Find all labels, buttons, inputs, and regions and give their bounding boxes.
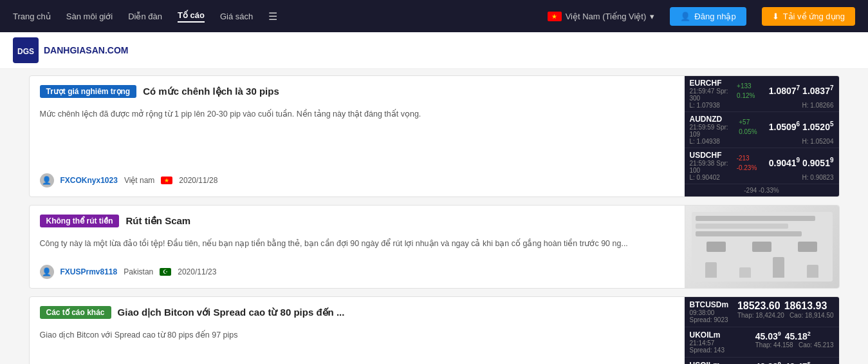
crypto-name-ukoil: UKOILm xyxy=(690,330,725,340)
post-excerpt-3: Giao dịch Bitcon với Spread cao từ 80 pi… xyxy=(40,329,674,358)
pair-change-eurchf: +133 0.12% xyxy=(737,82,755,99)
username-2[interactable]: FXUSPrmv8118 xyxy=(60,267,118,276)
post-crypto-panel-3: BTCUSDm 09:38:00 Spread: 9023 18523.60 1… xyxy=(685,297,839,364)
nav-item-gia-sach[interactable]: Giá sách xyxy=(220,12,253,21)
post-title-1[interactable]: Có mức chênh lệch là 30 pips xyxy=(143,86,279,97)
ask-audnzd: 1.05205 xyxy=(802,120,833,132)
username-1[interactable]: FXCOKnyx1023 xyxy=(60,176,118,185)
download-button[interactable]: ⬇ Tải về ứng dụng xyxy=(762,7,855,26)
crypto-spread-ukoil: Spread: 143 xyxy=(690,347,725,354)
crypto-time-ukoil: 21:14:57 xyxy=(690,340,725,347)
post-excerpt-2: Công ty này là một lừa đảo tồi tệp! Đầu … xyxy=(40,238,674,258)
crypto-lh-ukoil: Thap: 44.158 Cao: 45.213 xyxy=(755,341,834,349)
post-tag-1[interactable]: Trượt giá nghiêm trọng xyxy=(40,85,137,98)
login-button[interactable]: 👤 Đăng nhập xyxy=(670,7,746,26)
post-meta-1: 👤 FXCOKnyx1023 Việt nam ★ 2020/11/28 xyxy=(40,173,674,187)
bid-eurchf: 1.08077 xyxy=(769,84,800,96)
logo-bar: DGS DANHGIASAN.COM xyxy=(0,32,868,69)
post-thumb-2 xyxy=(685,206,839,288)
nav-item-san-moi-gioi[interactable]: Sàn môi giới xyxy=(66,12,113,21)
post-excerpt-1: Mức chênh lệch đã được mở rộng từ 1 pip … xyxy=(40,108,674,167)
crypto-prices-btc: 18523.60 18613.93 xyxy=(737,300,834,312)
crypto-row-ukoil: UKOILm 21:14:57 Spread: 143 45.039 45.18… xyxy=(685,327,839,358)
post-tags-3: Các tố cáo khác Giao dịch Bitcon với Spr… xyxy=(40,306,674,319)
post-card-1: Trượt giá nghiêm trọng Có mức chênh lệch… xyxy=(29,75,840,197)
post-card-3: Các tố cáo khác Giao dịch Bitcon với Spr… xyxy=(29,296,840,364)
pair-low-eurchf: L: 1.07938 xyxy=(690,102,720,109)
pair-high-audnzd: H: 1.05204 xyxy=(802,138,834,145)
pair-name-usdchf: USDCHF xyxy=(690,151,737,160)
chart-row-audnzd: AUDNZD 21:59:59 Spr: 109 +57 0.05% 1.050… xyxy=(685,112,839,148)
chevron-down-icon: ▾ xyxy=(650,12,654,21)
user-icon: 👤 xyxy=(680,12,690,21)
language-selector[interactable]: ★ Việt Nam (Tiếng Việt) ▾ xyxy=(548,12,655,21)
logo-image-area: DGS DANHGIASAN.COM xyxy=(13,37,128,63)
post-title-3[interactable]: Giao dịch Bitcon với Spread cao từ 80 pi… xyxy=(118,307,345,318)
site-name: DANHGIASAN.COM xyxy=(44,45,128,55)
nav-item-dien-dan[interactable]: Diễn đàn xyxy=(128,12,162,21)
post-tags-2: Không thể rút tiền Rút tiền Scam xyxy=(40,215,674,227)
pair-low-usdchf: L: 0.90402 xyxy=(690,174,720,181)
pair-high-usdchf: H: 0.90823 xyxy=(802,174,834,181)
crypto-prices-ukoil: 45.039 45.182 xyxy=(755,330,834,341)
chart-more: -294 -0.33% xyxy=(685,184,839,196)
crypto-ask-ukoil: 45.182 xyxy=(785,330,811,341)
crypto-name-usoil: USOILm xyxy=(690,361,721,364)
crypto-bid-usoil: 42.389 xyxy=(755,361,781,364)
post-title-2[interactable]: Rút tiền Scam xyxy=(125,215,190,227)
pair-name-audnzd: AUDNZD xyxy=(690,115,739,124)
nav-item-to-cao[interactable]: Tố cáo xyxy=(178,10,205,23)
nav-item-trang-chu[interactable]: Trang chủ xyxy=(13,12,51,21)
country-flag-2: ☪ xyxy=(160,268,171,276)
bid-audnzd: 1.05096 xyxy=(769,120,800,132)
post-tag-2[interactable]: Không thể rút tiền xyxy=(40,215,120,227)
country-flag-1: ★ xyxy=(161,177,172,184)
post-chart-panel-1: EURCHF 21:59:47 Spr: 300 +133 0.12% 1.08… xyxy=(685,76,839,196)
pair-time-usdchf: 21:59:38 Spr: 100 xyxy=(690,160,737,174)
chart-row-usdchf: USDCHF 21:59:38 Spr: 100 -213 -0.23% 0.9… xyxy=(685,148,839,184)
crypto-bid-btc: 18523.60 xyxy=(737,300,780,312)
crypto-time-btc: 09:38:00 xyxy=(690,309,729,316)
post-card-2: Không thể rút tiền Rút tiền Scam Công ty… xyxy=(29,205,840,289)
pair-prices-usdchf: 0.90419 0.90519 xyxy=(769,157,834,168)
post-meta-2: 👤 FXUSPrmv8118 Pakistan ☪ 2020/11/23 xyxy=(40,265,674,279)
pair-prices-eurchf: 1.08077 1.08377 xyxy=(769,84,834,96)
pair-lowhigh-audnzd: L: 1.04938 H: 1.05204 xyxy=(690,138,834,145)
pair-change-audnzd: +57 0.05% xyxy=(739,119,757,135)
crypto-name-btc: BTCUSDm xyxy=(690,300,729,309)
logo-block: DGS DANHGIASAN.COM xyxy=(13,37,128,63)
page-wrapper: Trang chủ Sàn môi giới Diễn đàn Tố cáo G… xyxy=(0,0,868,364)
crypto-row-btc: BTCUSDm 09:38:00 Spread: 9023 18523.60 1… xyxy=(685,297,839,327)
pair-change-usdchf: -213 -0.23% xyxy=(737,155,757,171)
crypto-prices-usoil: 42.389 42.475 xyxy=(755,361,834,364)
pair-lowhigh-usdchf: L: 0.90402 H: 0.90823 xyxy=(690,174,834,181)
crypto-lh-btc: Thap: 18,424.20 Cao: 18,914.50 xyxy=(737,312,834,319)
pair-low-audnzd: L: 1.04938 xyxy=(690,138,720,145)
chart-row-eurchf: EURCHF 21:59:47 Spr: 300 +133 0.12% 1.08… xyxy=(685,76,839,112)
logo-icon: DGS xyxy=(13,37,39,63)
crypto-ask-btc: 18613.93 xyxy=(784,300,827,312)
avatar-2: 👤 xyxy=(40,265,54,279)
login-label: Đăng nhập xyxy=(694,12,735,21)
post-left-3: Các tố cáo khác Giao dịch Bitcon với Spr… xyxy=(30,297,685,364)
pair-lowhigh-eurchf: L: 1.07938 H: 1.08266 xyxy=(690,102,834,109)
download-label: Tải về ứng dụng xyxy=(783,12,845,21)
post-date-2: 2020/11/23 xyxy=(178,267,216,276)
thumb-inner-2 xyxy=(685,206,839,288)
country-1: Việt nam xyxy=(124,176,154,185)
crypto-bid-ukoil: 45.039 xyxy=(755,330,781,341)
crypto-ask-usoil: 42.475 xyxy=(785,361,811,364)
svg-text:DGS: DGS xyxy=(17,47,34,56)
crypto-row-usoil: USOILm 21:14:56 Spread: 86 42.389 42.475… xyxy=(685,358,839,364)
pair-high-eurchf: H: 1.08266 xyxy=(802,102,834,109)
country-2: Pakistan xyxy=(124,267,153,276)
post-tags-1: Trượt giá nghiêm trọng Có mức chênh lệch… xyxy=(40,85,674,98)
ask-eurchf: 1.08377 xyxy=(802,84,833,96)
navbar: Trang chủ Sàn môi giới Diễn đàn Tố cáo G… xyxy=(0,0,868,32)
avatar-1: 👤 xyxy=(40,173,54,187)
vietnam-flag-icon: ★ xyxy=(548,12,562,21)
post-tag-3[interactable]: Các tố cáo khác xyxy=(40,306,111,319)
download-icon: ⬇ xyxy=(772,12,779,21)
ask-usdchf: 0.90519 xyxy=(802,157,833,168)
hamburger-icon[interactable]: ☰ xyxy=(268,10,277,23)
